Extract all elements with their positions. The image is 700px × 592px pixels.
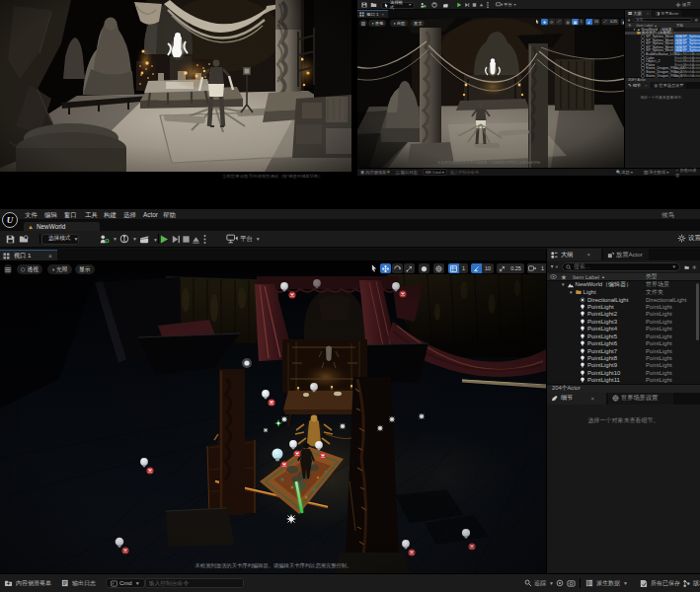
svg-text:未检测到激活的关卡序列编辑器。请编辑关卡序列以启用完整控制。: 未检测到激活的关卡序列编辑器。请编辑关卡序列以启用完整控制。	[437, 160, 544, 165]
svg-text:当前世界没有启用游戏性调试（按'键使用键盘切换）: 当前世界没有启用游戏性调试（按'键使用键盘切换）	[222, 174, 323, 179]
svg-text:未检测到激活的关卡序列编辑器。请编辑关卡序列以启用完整控制。: 未检测到激活的关卡序列编辑器。请编辑关卡序列以启用完整控制。	[195, 562, 352, 569]
